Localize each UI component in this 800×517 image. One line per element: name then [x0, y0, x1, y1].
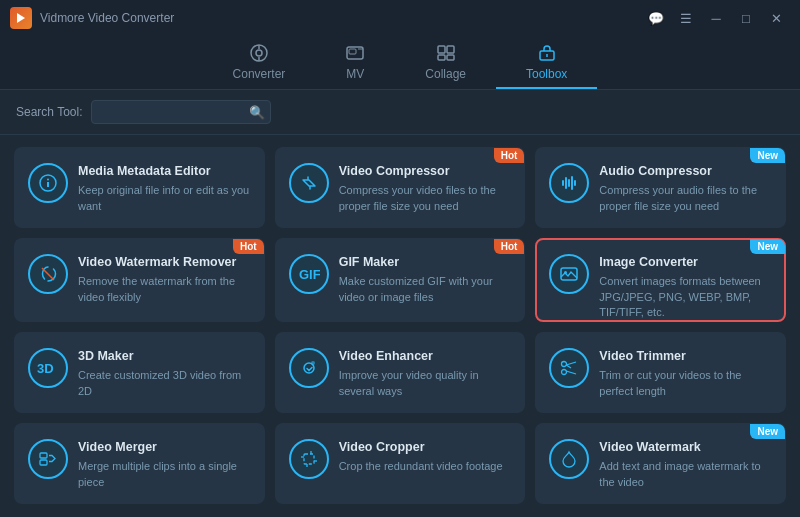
tool-info-image-converter: Image Converter Convert images formats b… [599, 254, 772, 320]
tab-converter[interactable]: Converter [203, 36, 316, 89]
svg-rect-18 [565, 177, 567, 189]
tool-desc-video-watermark-remover: Remove the watermark from the video flex… [78, 274, 251, 305]
tab-collage[interactable]: Collage [395, 36, 496, 89]
badge-audio-compressor: New [750, 148, 785, 163]
tool-icon-video-watermark [549, 439, 589, 479]
tool-card-video-watermark[interactable]: New Video Watermark Add text and image w… [535, 423, 786, 504]
tool-desc-media-metadata: Keep original file info or edit as you w… [78, 183, 251, 214]
tool-name-video-cropper: Video Cropper [339, 439, 512, 455]
svg-rect-35 [40, 460, 47, 465]
svg-text:3D: 3D [37, 361, 54, 376]
tool-card-3d-maker[interactable]: 3D 3D Maker Create customized 3D video f… [14, 332, 265, 413]
search-icon[interactable]: 🔍 [249, 105, 265, 120]
svg-marker-0 [17, 13, 25, 23]
svg-rect-21 [574, 180, 576, 186]
tool-card-media-metadata[interactable]: Media Metadata Editor Keep original file… [14, 147, 265, 228]
tool-name-image-converter: Image Converter [599, 254, 772, 270]
svg-point-30 [562, 361, 567, 366]
tool-icon-video-enhancer [289, 348, 329, 388]
svg-rect-9 [447, 46, 454, 53]
tool-desc-audio-compressor: Compress your audio files to the proper … [599, 183, 772, 214]
converter-icon [249, 44, 269, 65]
svg-point-25 [564, 271, 567, 274]
close-btn[interactable]: ✕ [762, 7, 790, 29]
tool-name-video-trimmer: Video Trimmer [599, 348, 772, 364]
svg-point-29 [562, 369, 567, 374]
chat-btn[interactable]: 💬 [642, 7, 670, 29]
tool-card-image-converter[interactable]: New Image Converter Convert images forma… [535, 238, 786, 322]
tool-card-video-enhancer[interactable]: Video Enhancer Improve your video qualit… [275, 332, 526, 413]
svg-point-2 [256, 50, 262, 56]
tool-card-video-watermark-remover[interactable]: Hot Video Watermark Remover Remove the w… [14, 238, 265, 322]
tool-card-video-cropper[interactable]: Video Cropper Crop the redundant video f… [275, 423, 526, 504]
tool-info-video-enhancer: Video Enhancer Improve your video qualit… [339, 348, 512, 399]
toolbox-icon [537, 44, 557, 65]
search-bar: Search Tool: 🔍 [0, 90, 800, 135]
tool-name-gif-maker: GIF Maker [339, 254, 512, 270]
tool-desc-video-merger: Merge multiple clips into a single piece [78, 459, 251, 490]
app-logo [10, 7, 32, 29]
tool-name-video-watermark-remover: Video Watermark Remover [78, 254, 251, 270]
mv-icon [345, 44, 365, 65]
tool-name-video-watermark: Video Watermark [599, 439, 772, 455]
tool-info-video-merger: Video Merger Merge multiple clips into a… [78, 439, 251, 490]
svg-rect-10 [438, 55, 445, 60]
tab-mv-label: MV [346, 67, 364, 81]
svg-rect-36 [304, 454, 314, 464]
badge-image-converter: New [750, 239, 785, 254]
tool-desc-video-cropper: Crop the redundant video footage [339, 459, 512, 474]
svg-rect-19 [568, 179, 570, 187]
tool-icon-video-merger [28, 439, 68, 479]
tool-name-3d-maker: 3D Maker [78, 348, 251, 364]
tool-desc-video-watermark: Add text and image watermark to the vide… [599, 459, 772, 490]
tool-icon-gif-maker: GIF [289, 254, 329, 294]
maximize-btn[interactable]: □ [732, 7, 760, 29]
badge-video-watermark-remover: Hot [233, 239, 264, 254]
tool-info-3d-maker: 3D Maker Create customized 3D video from… [78, 348, 251, 399]
tool-icon-image-converter [549, 254, 589, 294]
badge-gif-maker: Hot [494, 239, 525, 254]
tool-icon-video-watermark-remover [28, 254, 68, 294]
svg-line-33 [567, 365, 572, 368]
tab-toolbox[interactable]: Toolbox [496, 36, 597, 89]
titlebar-left: Vidmore Video Converter [10, 7, 174, 29]
tab-collage-label: Collage [425, 67, 466, 81]
tool-info-video-trimmer: Video Trimmer Trim or cut your videos to… [599, 348, 772, 399]
tool-card-video-compressor[interactable]: Hot Video Compressor Compress your video… [275, 147, 526, 228]
app-title: Vidmore Video Converter [40, 11, 174, 25]
tool-info-video-cropper: Video Cropper Crop the redundant video f… [339, 439, 512, 475]
svg-rect-17 [562, 180, 564, 186]
search-input[interactable] [91, 100, 271, 124]
tool-card-video-trimmer[interactable]: Video Trimmer Trim or cut your videos to… [535, 332, 786, 413]
menu-btn[interactable]: ☰ [672, 7, 700, 29]
tab-toolbox-label: Toolbox [526, 67, 567, 81]
tool-icon-video-compressor [289, 163, 329, 203]
minimize-btn[interactable]: ─ [702, 7, 730, 29]
titlebar-controls: 💬 ☰ ─ □ ✕ [642, 7, 790, 29]
badge-video-watermark: New [750, 424, 785, 439]
tab-mv[interactable]: MV [315, 36, 395, 89]
tab-converter-label: Converter [233, 67, 286, 81]
tool-desc-gif-maker: Make customized GIF with your video or i… [339, 274, 512, 305]
collage-icon [436, 44, 456, 65]
search-label: Search Tool: [16, 105, 83, 119]
tool-name-video-merger: Video Merger [78, 439, 251, 455]
tool-info-media-metadata: Media Metadata Editor Keep original file… [78, 163, 251, 214]
tool-name-video-compressor: Video Compressor [339, 163, 512, 179]
tool-card-gif-maker[interactable]: Hot GIF GIF Maker Make customized GIF wi… [275, 238, 526, 322]
tool-icon-3d-maker: 3D [28, 348, 68, 388]
svg-line-31 [567, 362, 577, 365]
tool-info-video-watermark-remover: Video Watermark Remover Remove the water… [78, 254, 251, 305]
svg-rect-8 [438, 46, 445, 53]
tool-name-video-enhancer: Video Enhancer [339, 348, 512, 364]
tool-desc-3d-maker: Create customized 3D video from 2D [78, 368, 251, 399]
tool-card-video-merger[interactable]: Video Merger Merge multiple clips into a… [14, 423, 265, 504]
tool-icon-media-metadata [28, 163, 68, 203]
tool-card-audio-compressor[interactable]: New Audio Compressor Compress your audio… [535, 147, 786, 228]
tool-desc-video-compressor: Compress your video files to the proper … [339, 183, 512, 214]
svg-line-32 [567, 371, 577, 374]
tool-desc-video-trimmer: Trim or cut your videos to the perfect l… [599, 368, 772, 399]
badge-video-compressor: Hot [494, 148, 525, 163]
svg-text:GIF: GIF [299, 267, 320, 282]
svg-rect-20 [571, 176, 573, 190]
